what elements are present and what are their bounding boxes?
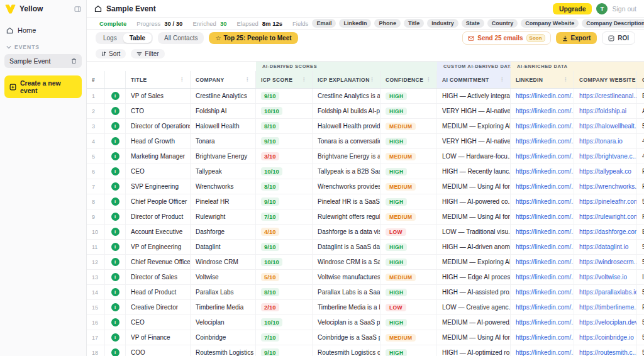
table-row[interactable]: 9iDirector of ProductRulewright7/10Rulew…: [87, 209, 644, 225]
table-row[interactable]: 11iVP of EngineeringDataglint9/10Datagli…: [87, 240, 644, 255]
sidebar-item-home[interactable]: Home: [0, 23, 86, 38]
linkedin-cell: https://linkedin.com/...: [511, 194, 574, 209]
confidence-cell: HIGH: [380, 315, 437, 330]
table-row[interactable]: 7iSVP EngineeringWrenchworks8/10Wrenchwo…: [87, 179, 644, 194]
linkedin-link[interactable]: https://linkedin.com/...: [516, 304, 574, 311]
send-emails-button[interactable]: Send 25 emails Soon: [462, 31, 550, 45]
tab-all-contacts[interactable]: All Contacts: [158, 32, 204, 44]
table-row[interactable]: 2iCTOFoldship AI10/10Foldship AI builds …: [87, 104, 644, 119]
linkedin-link[interactable]: https://linkedin.com/...: [516, 213, 574, 220]
collapse-sidebar-icon[interactable]: [74, 6, 81, 13]
filter-button[interactable]: Filter: [131, 49, 164, 58]
table-row[interactable]: 6iCEOTallypeak10/10Tallypeak is a B2B Sa…: [87, 164, 644, 179]
icp-score-badge: 2/10: [261, 303, 279, 311]
sidebar-section-events[interactable]: EVENTS: [0, 38, 86, 53]
linkedin-link[interactable]: https://linkedin.com/...: [516, 259, 574, 265]
sidebar-item-sample-event[interactable]: Sample Event: [4, 54, 82, 68]
sort-button[interactable]: Sort: [96, 49, 126, 58]
tab-top-25[interactable]: ☆ Top 25: People to Meet: [209, 32, 297, 44]
table-row[interactable]: 18iCOORoutesmith Logistics9/10Routesmith…: [87, 345, 644, 356]
column-header[interactable]: COMPANY WEBSITE⋮: [574, 71, 637, 88]
column-drag-handle[interactable]: ⋮: [426, 77, 431, 82]
linkedin-link[interactable]: https://linkedin.com/...: [516, 349, 574, 356]
company-website-link[interactable]: https://voltwise.io: [579, 274, 627, 281]
table-row[interactable]: 5iMarketing ManagerBrightvane Energy3/10…: [87, 149, 644, 164]
export-button[interactable]: Export: [556, 32, 597, 44]
company-website-link[interactable]: https://foldship.ai: [579, 108, 626, 114]
company-website-link[interactable]: https://tallypeak.co: [579, 168, 631, 175]
column-header[interactable]: #: [87, 71, 105, 88]
column-header[interactable]: ICP SCORE⋮: [256, 71, 313, 88]
linkedin-cell: https://linkedin.com/...: [511, 285, 574, 299]
company-website-link[interactable]: https://velociplan.dev: [579, 319, 637, 326]
linkedin-link[interactable]: https://linkedin.com/...: [516, 168, 574, 175]
column-header[interactable]: TITLE⋮: [126, 71, 191, 88]
linkedin-link[interactable]: https://linkedin.com/...: [516, 92, 574, 99]
ai-commitment-cell: MEDIUM — Using AI for...: [437, 179, 511, 194]
linkedin-link[interactable]: https://linkedin.com/...: [516, 319, 574, 326]
column-drag-handle[interactable]: ⋮: [500, 77, 505, 82]
linkedin-link[interactable]: https://linkedin.com/...: [516, 153, 574, 160]
roi-button[interactable]: ROI: [602, 31, 635, 45]
tab-table[interactable]: Table: [123, 33, 152, 43]
column-drag-handle[interactable]: ⋮: [180, 77, 185, 82]
table-row[interactable]: 14iHead of ProductParallax Labs8/10Paral…: [87, 285, 644, 300]
table-row[interactable]: 15iCreative DirectorTimberline Media2/10…: [87, 300, 644, 315]
column-drag-handle[interactable]: ⋮: [370, 77, 375, 82]
upgrade-button[interactable]: Upgrade: [553, 3, 592, 14]
create-event-button[interactable]: Create a new event: [4, 75, 82, 98]
company-website-link[interactable]: https://windrosecrm...: [579, 259, 637, 265]
avatar[interactable]: T: [596, 3, 608, 14]
column-header[interactable]: [105, 71, 126, 88]
row-number: 11: [87, 240, 105, 254]
company-website-link[interactable]: https://routesmith.c...: [579, 349, 637, 356]
column-header[interactable]: ICP EXPLANATION⋮: [313, 71, 380, 88]
table-row[interactable]: 3iDirector of OperationsHalowell Health8…: [87, 119, 644, 134]
company-website-link[interactable]: https://tonara.io: [579, 138, 623, 145]
table-row[interactable]: 13iDirector of SalesVoltwise5/10Voltwise…: [87, 270, 644, 285]
column-header[interactable]: AI COMMITMENT⋮: [437, 71, 511, 88]
table-row[interactable]: 16iCEOVelociplan10/10Velociplan is a Saa…: [87, 315, 644, 330]
company-website-link[interactable]: https://crestlineanal...: [579, 92, 637, 99]
table-row[interactable]: 8iChief People OfficerPineleaf HR9/10Pin…: [87, 194, 644, 209]
linkedin-link[interactable]: https://linkedin.com/...: [516, 334, 574, 341]
column-header[interactable]: CONFIDENCE⋮: [380, 71, 437, 88]
linkedin-link[interactable]: https://linkedin.com/...: [516, 274, 574, 281]
company-website-link[interactable]: https://dataglint.io: [579, 243, 628, 250]
column-drag-handle[interactable]: ⋮: [302, 77, 307, 82]
table-row[interactable]: 10iAccount ExecutiveDashforge4/10Dashfor…: [87, 225, 644, 240]
company-website-link[interactable]: https://parallaxlabs.io: [579, 289, 637, 296]
linkedin-link[interactable]: https://linkedin.com/...: [516, 198, 574, 205]
company-website-link[interactable]: https://coinbridge.io: [579, 334, 634, 341]
icp-score-cell: 9/10: [256, 134, 313, 148]
tab-logs[interactable]: Logs: [97, 33, 123, 43]
linkedin-link[interactable]: https://linkedin.com/...: [516, 138, 574, 145]
column-drag-handle[interactable]: ⋮: [245, 77, 250, 82]
trash-icon[interactable]: [71, 58, 77, 64]
extra-cell: F: [637, 209, 644, 224]
icp-explanation-cell: Dashforge is a data vis...: [313, 225, 380, 239]
company-website-link[interactable]: https://pineleafhr.com: [579, 198, 637, 205]
linkedin-link[interactable]: https://linkedin.com/...: [516, 243, 574, 250]
company-website-link[interactable]: https://halowellhealt...: [579, 123, 637, 130]
column-header[interactable]: C: [637, 71, 644, 88]
table-row[interactable]: 1iVP of SalesCrestline Analytics9/10Cres…: [87, 89, 644, 104]
column-header[interactable]: COMPANY⋮: [191, 71, 256, 88]
confidence-cell: HIGH: [380, 194, 437, 209]
linkedin-link[interactable]: https://linkedin.com/...: [516, 123, 574, 130]
linkedin-link[interactable]: https://linkedin.com/...: [516, 108, 574, 114]
company-website-link[interactable]: https://rulewright.com: [579, 213, 637, 220]
company-website-link[interactable]: https://dashforge.com: [579, 228, 637, 235]
company-website-link[interactable]: https://timberlineme...: [579, 304, 637, 311]
company-website-link[interactable]: https://brightvane.c...: [579, 153, 637, 160]
company-website-link[interactable]: https://wrenchworks...: [579, 183, 637, 190]
linkedin-link[interactable]: https://linkedin.com/...: [516, 228, 574, 235]
linkedin-link[interactable]: https://linkedin.com/...: [516, 183, 574, 190]
table-row[interactable]: 17iVP of FinanceCoinbridge7/10Coinbridge…: [87, 330, 644, 345]
column-header[interactable]: LINKEDIN⋮: [511, 71, 574, 88]
table-row[interactable]: 4iHead of GrowthTonara9/10Tonara is a co…: [87, 134, 644, 149]
table-row[interactable]: 12iChief Revenue OfficerWindrose CRM10/1…: [87, 255, 644, 270]
linkedin-link[interactable]: https://linkedin.com/...: [516, 289, 574, 296]
column-drag-handle[interactable]: ⋮: [564, 77, 569, 82]
signout-link[interactable]: Sign out: [612, 5, 636, 13]
